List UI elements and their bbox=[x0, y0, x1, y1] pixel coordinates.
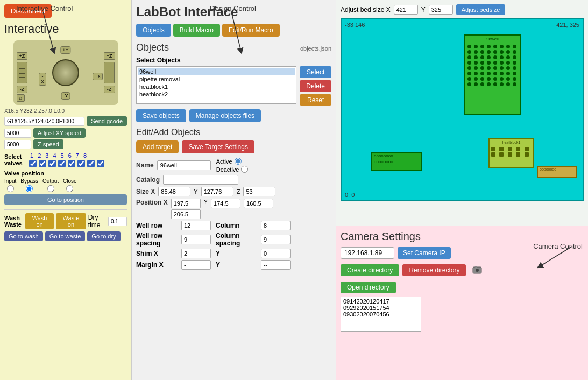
goto-position-btn[interactable]: Go to position bbox=[4, 194, 127, 205]
shim-x-input[interactable] bbox=[181, 249, 211, 258]
delete-btn[interactable]: Delete bbox=[300, 80, 331, 92]
list-item[interactable]: 96well bbox=[138, 68, 295, 75]
wash-on-btn[interactable]: Wash on bbox=[25, 213, 54, 229]
vp-input-radio[interactable] bbox=[7, 185, 14, 192]
z-plus-btn[interactable]: +Z bbox=[17, 52, 28, 60]
x-plus-btn[interactable]: +X bbox=[93, 73, 103, 80]
camera-file-2[interactable]: 09292020151754 bbox=[343, 305, 419, 311]
valve-check-6[interactable] bbox=[77, 160, 85, 167]
position-x-label: Position X bbox=[136, 199, 168, 206]
coord-top-left: -33 146 bbox=[345, 22, 365, 28]
canvas-obj-pipette[interactable]: oooooooo oooooooo bbox=[371, 152, 422, 171]
vp-output-radio[interactable] bbox=[47, 185, 54, 192]
xy-speed-input[interactable] bbox=[4, 129, 31, 138]
valve-num-2[interactable]: 2 bbox=[38, 152, 41, 159]
z-speed-input[interactable] bbox=[4, 140, 31, 149]
valve-check-8[interactable] bbox=[97, 160, 104, 167]
z-speed-row: Z speed bbox=[4, 139, 127, 149]
adjust-bedsize-btn[interactable]: Adjust bedsize bbox=[456, 4, 506, 15]
canvas-obj-96well[interactable]: 96well bbox=[464, 34, 521, 115]
well-row-input[interactable] bbox=[181, 221, 211, 230]
goto-waste-btn[interactable]: Go to waste bbox=[45, 231, 86, 241]
z-minus-btn[interactable]: -Z bbox=[17, 86, 28, 93]
bed-y-input[interactable] bbox=[429, 5, 453, 15]
z-speed-btn[interactable]: Z speed bbox=[33, 139, 63, 149]
vp-bypass-radio[interactable] bbox=[26, 185, 33, 192]
z-bot-btn[interactable]: -Z bbox=[104, 86, 115, 93]
save-objects-btn[interactable]: Save objects bbox=[136, 109, 186, 122]
camera-file-3[interactable]: 09302020070456 bbox=[343, 311, 419, 318]
active-radio[interactable] bbox=[235, 158, 242, 165]
x-minus-btn[interactable]: -X bbox=[39, 73, 46, 86]
dry-time-input[interactable] bbox=[108, 217, 127, 226]
column-input[interactable] bbox=[261, 221, 291, 230]
bed-x-input[interactable] bbox=[394, 5, 418, 15]
valve-check-5[interactable] bbox=[68, 160, 75, 167]
tab-build-btn[interactable]: Build Macro bbox=[173, 24, 220, 37]
z-top-btn[interactable]: +Z bbox=[104, 52, 115, 60]
camera-files-list[interactable]: 09142020120417 09292020151754 0930202007… bbox=[341, 297, 421, 332]
valve-num-7[interactable]: 7 bbox=[76, 152, 79, 159]
valve-num-5[interactable]: 5 bbox=[61, 152, 64, 159]
manage-files-btn[interactable]: Manage objects files bbox=[189, 109, 261, 122]
home-btn[interactable]: ⌂ bbox=[17, 94, 25, 102]
valve-check-1[interactable] bbox=[29, 160, 37, 167]
name-label: Name bbox=[136, 161, 154, 169]
valve-check-2[interactable] bbox=[39, 160, 46, 167]
list-item[interactable]: heatblock2 bbox=[138, 90, 295, 98]
reset-btn[interactable]: Reset bbox=[300, 94, 331, 106]
y-minus-btn[interactable]: -Y bbox=[61, 92, 70, 100]
pos-y1-input[interactable] bbox=[211, 199, 240, 208]
save-target-btn[interactable]: Save Target Settings bbox=[182, 140, 254, 153]
camera-ip-input[interactable] bbox=[341, 247, 394, 259]
remove-dir-btn[interactable]: Remove directory bbox=[402, 264, 466, 276]
xy-speed-btn[interactable]: Adjust XY speed bbox=[33, 128, 86, 138]
valve-check-3[interactable] bbox=[48, 160, 56, 167]
objects-listbox[interactable]: 96well pipette removal heatblock1 heatbl… bbox=[136, 66, 296, 104]
select-btn[interactable]: Select bbox=[300, 66, 331, 78]
pos-x2-input[interactable] bbox=[171, 209, 201, 219]
create-dir-btn[interactable]: Create directory bbox=[341, 264, 399, 276]
waste-on-btn[interactable]: Waste on bbox=[56, 213, 86, 229]
send-gcode-btn[interactable]: Send gcode bbox=[87, 116, 127, 126]
active-label: Active bbox=[216, 158, 232, 165]
vp-close-radio[interactable] bbox=[66, 185, 73, 192]
valve-num-4[interactable]: 4 bbox=[53, 152, 56, 159]
list-item[interactable]: heatblock1 bbox=[138, 83, 295, 90]
valve-position-label: Valve position bbox=[4, 170, 44, 177]
valve-num-1[interactable]: 1 bbox=[30, 152, 33, 159]
pos-x1-input[interactable] bbox=[171, 199, 201, 208]
y-plus-btn[interactable]: +Y bbox=[60, 46, 70, 54]
column-spacing-input[interactable] bbox=[261, 235, 291, 244]
shim-y-input[interactable] bbox=[261, 249, 291, 258]
open-dir-btn[interactable]: Open directory bbox=[341, 282, 396, 293]
well-row-spacing-input[interactable] bbox=[181, 235, 211, 244]
size-y-input[interactable] bbox=[201, 187, 233, 196]
gcode-input[interactable] bbox=[4, 117, 84, 126]
add-target-btn[interactable]: Add target bbox=[136, 140, 179, 153]
canvas-area[interactable]: -33 146 421, 325 0, 0 96well bbox=[341, 18, 584, 201]
set-camera-ip-btn[interactable]: Set Camera IP bbox=[398, 247, 451, 259]
valve-num-8[interactable]: 8 bbox=[83, 152, 87, 159]
object-action-btns: Select Delete Reset bbox=[300, 66, 331, 106]
camera-file-1[interactable]: 09142020120417 bbox=[343, 298, 419, 305]
size-x-input[interactable] bbox=[158, 187, 190, 196]
name-input[interactable] bbox=[157, 160, 211, 170]
goto-dry-btn[interactable]: Go to dry bbox=[87, 231, 120, 241]
pos-z-input[interactable] bbox=[244, 199, 273, 208]
valve-check-7[interactable] bbox=[87, 160, 95, 167]
valve-check-4[interactable] bbox=[58, 160, 66, 167]
canvas-obj-heatblock2[interactable]: oooooooo bbox=[537, 166, 577, 178]
tab-edit-btn[interactable]: Edit/Run Macro bbox=[222, 24, 280, 37]
canvas-obj-heatblock[interactable]: heatblock1 bbox=[488, 138, 534, 168]
tab-objects-btn[interactable]: Objects bbox=[136, 24, 171, 37]
goto-wash-btn[interactable]: Go to wash bbox=[4, 231, 43, 241]
valve-num-6[interactable]: 6 bbox=[68, 152, 72, 159]
margin-x-input[interactable] bbox=[181, 260, 211, 270]
deactive-radio[interactable] bbox=[241, 166, 248, 173]
size-z-input[interactable] bbox=[243, 187, 275, 196]
margin-y-input[interactable] bbox=[261, 260, 291, 270]
list-item[interactable]: pipette removal bbox=[138, 75, 295, 83]
valve-num-3[interactable]: 3 bbox=[45, 152, 48, 159]
catalog-input[interactable] bbox=[163, 175, 238, 185]
